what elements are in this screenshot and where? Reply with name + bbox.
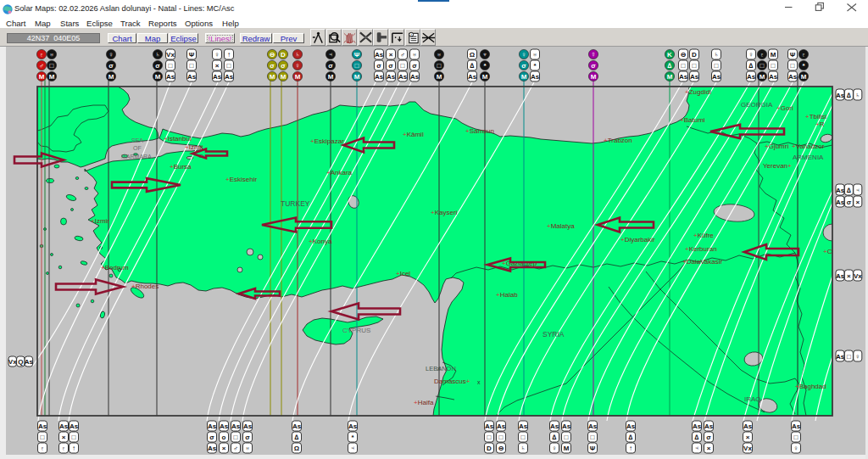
svg-text:As: As [375,73,384,81]
svg-text:+Ankara: +Ankara [326,169,353,176]
svg-text:♇: ♇ [40,445,45,452]
svg-text:M: M [482,73,488,81]
svg-text:M: M [801,73,807,81]
svg-text:♇: ♇ [61,445,66,452]
svg-text:M: M [295,73,301,81]
svg-text:σ: σ [328,62,333,70]
svg-text:♂: ♂ [39,62,44,70]
svg-text:D: D [281,51,286,59]
svg-text:♇: ♇ [801,51,806,59]
svg-text:×: × [707,445,711,452]
svg-text:M: M [281,73,287,81]
svg-text:As: As [690,73,699,81]
svg-text:Vx: Vx [166,51,175,59]
svg-text:↑: ↑ [629,445,632,452]
svg-text:Q: Q [18,358,23,366]
svg-text:As: As [468,73,477,81]
svg-text:As: As [679,73,688,81]
svg-text:ARMENIA: ARMENIA [793,154,824,161]
svg-text:□: □ [794,434,798,441]
svg-text:□: □ [72,434,76,441]
svg-text:+Gaziantep: +Gaziantep [502,260,537,267]
svg-text:M: M [39,73,45,81]
svg-text:♄: ♄ [855,92,860,99]
svg-text:M: M [591,73,597,81]
svg-text:As: As [387,73,396,81]
svg-text:Ψ: Ψ [790,51,796,59]
svg-text:+Trabzon: +Trabzon [604,137,632,144]
svg-text:♃: ♃ [694,445,699,452]
svg-text:♇: ♇ [39,51,44,59]
svg-text:M: M [521,73,527,81]
svg-text:♀: ♀ [108,51,114,59]
svg-text:♅: ♅ [532,51,537,59]
svg-text:+Ci: +Ci [823,248,833,255]
svg-text:GEORGIA: GEORGIA [741,101,773,109]
svg-text:+Kayseri: +Kayseri [431,209,458,216]
svg-text:M: M [667,73,673,81]
svg-text:As: As [213,73,222,81]
svg-text:□: □ [565,434,569,441]
svg-text:Damascus+: Damascus+ [434,378,470,385]
svg-text:M: M [270,73,275,81]
svg-text:□: □ [437,62,442,70]
svg-text:+R: +R [815,120,825,128]
svg-text:SEA: SEA [131,137,143,143]
svg-text:♀: ♀ [552,445,557,452]
svg-text:M: M [354,73,360,81]
svg-text:SYRIA: SYRIA [542,330,565,339]
svg-text:As: As [836,353,845,361]
svg-text:×: × [847,272,851,280]
svg-text:As: As [348,423,358,430]
svg-text:♀: ♀ [855,353,860,361]
svg-text:As: As [836,187,845,194]
svg-text:As: As [531,73,540,81]
svg-text:+Batumi: +Batumi [680,116,705,124]
svg-text:As: As [292,423,302,430]
svg-text:As: As [208,423,217,430]
svg-text:Vx: Vx [854,272,862,280]
svg-text:As: As [166,73,175,81]
svg-text:∆: ∆ [847,187,851,194]
svg-text:M: M [328,73,334,81]
svg-text:+DalaVakasir: +DalaVakasir [682,258,723,266]
svg-text:♀: ♀ [521,51,526,59]
svg-text:As: As [225,73,234,81]
svg-text:□: □ [715,62,719,70]
svg-text:σ: σ [209,434,214,441]
svg-text:+Halab: +Halab [496,291,518,299]
svg-text:♃: ♃ [855,187,860,194]
svg-text:σ: σ [281,62,286,70]
svg-text:As: As [626,423,636,430]
svg-text:M: M [437,73,442,81]
svg-text:+Tbilisi: +Tbilisi [805,113,826,120]
svg-text:As: As [243,423,253,430]
svg-text:∆: ∆ [629,434,633,441]
svg-text:×: × [389,51,393,59]
svg-text:□: □ [591,434,595,441]
svg-text:+Baghdad: +Baghdad [795,383,826,390]
svg-text:As: As [398,73,408,81]
svg-text:σ: σ [155,62,160,70]
svg-text:+Kerburan: +Kerburan [685,245,717,253]
svg-text:σ: σ [108,62,114,70]
svg-text:+Istanbul: +Istanbul [164,135,192,143]
svg-text:+Eskipazar: +Eskipazar [310,137,344,145]
svg-text:∆: ∆ [847,92,851,99]
svg-text:σ: σ [521,62,526,70]
svg-text:♄: ♄ [714,51,719,59]
svg-text:As: As [588,423,598,430]
svg-text:♃: ♃ [328,51,333,59]
svg-text:+Diyarbakir: +Diyarbakir [620,236,655,243]
svg-text:σ: σ [847,199,852,206]
svg-text:×: × [746,434,750,441]
svg-text:□: □ [487,434,492,441]
svg-text:□: □ [791,62,795,70]
svg-text:♇: ♇ [760,51,765,59]
svg-text:♃: ♃ [350,445,355,452]
svg-text:∆: ∆ [695,434,699,441]
svg-text:CYPRUS: CYPRUS [342,327,370,334]
svg-text:□: □ [234,434,238,441]
svg-text:As: As [704,423,714,430]
svg-text:As: As [497,423,506,430]
